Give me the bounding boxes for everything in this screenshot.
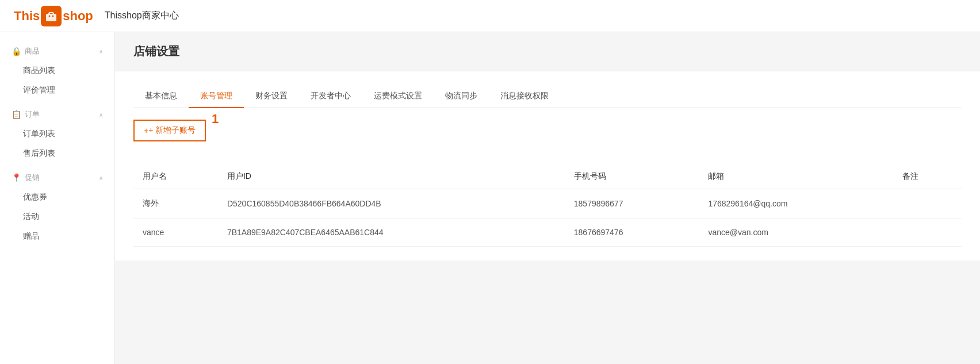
- sidebar-item-aftersale-list[interactable]: 售后列表: [0, 144, 114, 163]
- sidebar-item-product-list[interactable]: 商品列表: [0, 61, 114, 81]
- sidebar-group-products: 🔒 商品 ∧ 商品列表 评价管理: [0, 41, 114, 100]
- chevron-up-icon: ∧: [99, 48, 103, 55]
- group-left-promotions: 📍 促销: [12, 173, 40, 183]
- col-phone: 手机号码: [565, 164, 699, 189]
- header: This shop Thisshop商家中心: [0, 0, 980, 32]
- header-title: Thisshop商家中心: [105, 10, 179, 22]
- content-area: 基本信息 账号管理 财务设置 开发者中心 运费模式设置 物流同步 消息接收权限 …: [115, 71, 980, 260]
- sidebar-group-orders-label: 订单: [25, 109, 40, 120]
- tab-message-settings[interactable]: 消息接收权限: [489, 85, 560, 108]
- svg-point-1: [49, 15, 51, 17]
- cell-userid-0: D520C160855D40B38466FB664A60DD4B: [218, 189, 565, 219]
- chevron-up-icon-orders: ∧: [99, 112, 103, 118]
- col-username: 用户名: [133, 164, 218, 189]
- table-body: 海外 D520C160855D40B38466FB664A60DD4B 1857…: [133, 189, 962, 247]
- tab-basic-info[interactable]: 基本信息: [133, 85, 189, 108]
- col-userid: 用户ID: [218, 164, 565, 189]
- logo-shop-text: shop: [63, 9, 93, 24]
- cell-userid-1: 7B1A89E9A82C407CBEA6465AAB61C844: [218, 219, 565, 247]
- sidebar-group-orders-header[interactable]: 📋 订单 ∧: [0, 105, 114, 124]
- sidebar-group-orders: 📋 订单 ∧ 订单列表 售后列表: [0, 105, 114, 163]
- accounts-table: 用户名 用户ID 手机号码 邮箱 备注 海外 D520C160855D40B38…: [133, 164, 962, 247]
- logo-this-text: This: [14, 9, 40, 24]
- sidebar-item-activities[interactable]: 活动: [0, 207, 114, 227]
- cell-note-0: [893, 189, 962, 219]
- cell-email-0: 1768296164@qq.com: [699, 189, 893, 219]
- cell-note-1: [893, 219, 962, 247]
- sidebar-group-promotions-header[interactable]: 📍 促销 ∧: [0, 168, 114, 187]
- add-account-label: + 新增子账号: [148, 125, 196, 136]
- logo: This shop: [14, 6, 93, 26]
- cell-email-1: vance@van.com: [699, 219, 893, 247]
- lock-icon: 🔒: [12, 47, 21, 56]
- page-title: 店铺设置: [133, 44, 962, 59]
- order-icon: 📋: [12, 110, 21, 119]
- main-layout: 🔒 商品 ∧ 商品列表 评价管理 📋 订单 ∧ 订单列表 售后列表: [0, 32, 980, 364]
- badge-number: 1: [212, 113, 219, 125]
- col-email: 邮箱: [699, 164, 893, 189]
- add-icon: +: [144, 126, 148, 135]
- cell-phone-1: 18676697476: [565, 219, 699, 247]
- svg-rect-0: [46, 14, 56, 21]
- svg-point-2: [52, 15, 54, 17]
- add-account-container: + + 新增子账号 1: [133, 120, 206, 153]
- sidebar-group-products-header[interactable]: 🔒 商品 ∧: [0, 41, 114, 61]
- col-note: 备注: [893, 164, 962, 189]
- sidebar-group-promotions: 📍 促销 ∧ 优惠券 活动 赠品: [0, 168, 114, 246]
- logo-area: This shop Thisshop商家中心: [14, 6, 179, 26]
- cell-username-0: 海外: [133, 189, 218, 219]
- sidebar-group-promotions-label: 促销: [25, 173, 40, 183]
- logo-bag-icon: [41, 6, 62, 26]
- table-head: 用户名 用户ID 手机号码 邮箱 备注: [133, 164, 962, 189]
- sidebar-item-order-list[interactable]: 订单列表: [0, 124, 114, 144]
- table-row: 海外 D520C160855D40B38466FB664A60DD4B 1857…: [133, 189, 962, 219]
- add-account-button[interactable]: + + 新增子账号: [133, 120, 206, 141]
- main-content: 店铺设置 基本信息 账号管理 财务设置 开发者中心 运费模式设置 物流同步 消息…: [115, 32, 980, 364]
- page-header: 店铺设置: [115, 32, 980, 71]
- table-row: vance 7B1A89E9A82C407CBEA6465AAB61C844 1…: [133, 219, 962, 247]
- tab-developer[interactable]: 开发者中心: [299, 85, 362, 108]
- cell-phone-0: 18579896677: [565, 189, 699, 219]
- tabs: 基本信息 账号管理 财务设置 开发者中心 运费模式设置 物流同步 消息接收权限: [133, 85, 962, 108]
- tab-account-management[interactable]: 账号管理: [189, 85, 244, 108]
- tab-logistics-sync[interactable]: 物流同步: [434, 85, 489, 108]
- sidebar-item-reviews[interactable]: 评价管理: [0, 81, 114, 100]
- promo-icon: 📍: [12, 173, 21, 182]
- sidebar-group-products-label: 商品: [25, 46, 40, 56]
- sidebar-item-coupons[interactable]: 优惠券: [0, 187, 114, 207]
- sidebar-item-gifts[interactable]: 赠品: [0, 227, 114, 246]
- sidebar: 🔒 商品 ∧ 商品列表 评价管理 📋 订单 ∧ 订单列表 售后列表: [0, 32, 115, 364]
- group-left-products: 🔒 商品: [12, 46, 40, 56]
- tab-finance[interactable]: 财务设置: [244, 85, 299, 108]
- tab-shipping-mode[interactable]: 运费模式设置: [362, 85, 434, 108]
- chevron-up-icon-promos: ∧: [99, 175, 103, 181]
- cell-username-1: vance: [133, 219, 218, 247]
- group-left-orders: 📋 订单: [12, 109, 40, 120]
- table-header-row: 用户名 用户ID 手机号码 邮箱 备注: [133, 164, 962, 189]
